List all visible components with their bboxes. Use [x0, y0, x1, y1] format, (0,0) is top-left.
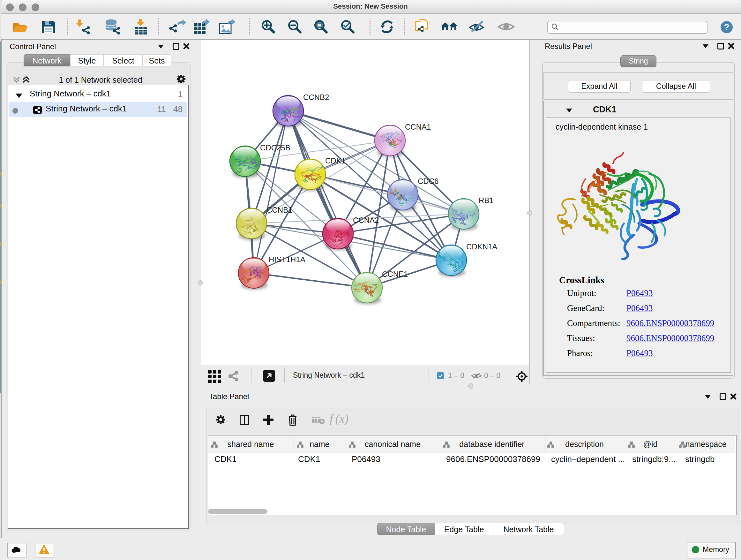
svg-text:CDK1: CDK1	[325, 157, 346, 165]
svg-text:RB1: RB1	[479, 196, 494, 205]
svg-text:CDC25B: CDC25B	[260, 143, 290, 152]
svg-text:CDC6: CDC6	[418, 177, 439, 186]
svg-text:HIST1H1A: HIST1H1A	[269, 255, 306, 264]
svg-text:CCNA2: CCNA2	[353, 216, 379, 225]
svg-text:CCNE1: CCNE1	[382, 270, 408, 278]
svg-text:CCNB2: CCNB2	[303, 93, 329, 102]
svg-text:CCNA1: CCNA1	[405, 123, 431, 131]
svg-text:CCNB1: CCNB1	[266, 206, 292, 214]
svg-text:CDKN1A: CDKN1A	[466, 242, 497, 251]
